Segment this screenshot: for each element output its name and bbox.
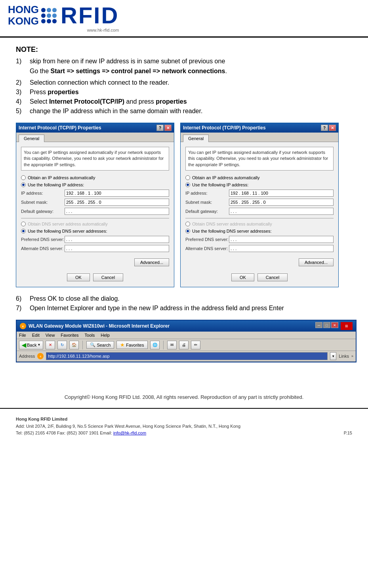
ie-home-icon: 🏠 <box>72 343 76 347</box>
dialog-right-pref-dns-row: Preferred DNS server: . . . <box>185 236 334 243</box>
dialog-right-advanced-button[interactable]: Advanced... <box>299 258 334 266</box>
dialog-left-radio-manual-dns[interactable]: Use the following DNS server addresses: <box>21 229 169 233</box>
ie-restore-button[interactable]: □ <box>323 322 330 328</box>
dialog-left-cancel-button[interactable]: Cancel <box>93 273 123 281</box>
ie-back-dropdown-icon[interactable]: ▼ <box>37 343 40 347</box>
ie-menu-file[interactable]: File <box>19 333 26 338</box>
dialog-right-titlebar: Internet Protocol (TCP/IP) Properties ? … <box>181 123 338 133</box>
dialog-left-ok-button[interactable]: OK <box>67 273 90 281</box>
ie-search-icon: 🔍 <box>90 342 95 347</box>
step-5-text: change the IP address which in the same … <box>30 108 352 115</box>
ie-back-button[interactable]: ◀ Back ▼ <box>19 341 43 349</box>
dialog-right: Internet Protocol (TCP/IP) Properties ? … <box>180 123 339 287</box>
dialog-left-advanced-button[interactable]: Advanced... <box>134 258 169 266</box>
dialog-left-radio-manual-dns-label: Use the following DNS server addresses: <box>28 229 107 233</box>
dialog-left-general-tab[interactable]: General <box>19 135 44 142</box>
dialog-right-radio-auto-ip[interactable]: Obtain an IP address automatically <box>185 175 334 180</box>
dialog-left-gateway-input[interactable]: . . . <box>65 208 169 215</box>
footer-email-link[interactable]: info@hk-rfid.com <box>113 431 146 435</box>
step-5: 5) change the IP address which in the sa… <box>16 108 352 115</box>
dialog-left-subnet-input[interactable]: 255 . 255 . 255 . 0 <box>65 199 169 206</box>
dialog-right-bottom-buttons: Advanced... <box>185 256 334 267</box>
dialog-left-alt-dns-input[interactable]: . . . <box>65 245 169 252</box>
dialog-right-gateway-input[interactable]: . . . <box>229 208 334 215</box>
ie-home-button[interactable]: 🏠 <box>69 341 79 349</box>
step-4-num: 4) <box>16 98 30 105</box>
dialog-left-help-button[interactable]: ? <box>156 125 164 131</box>
note-title: NOTE: <box>16 46 352 54</box>
ie-media-button[interactable]: 🌐 <box>150 341 160 349</box>
ie-menu-view[interactable]: View <box>46 333 55 338</box>
ie-refresh-icon: ↻ <box>61 343 64 347</box>
ie-refresh-button[interactable]: ↻ <box>57 341 67 349</box>
dialog-right-alt-dns-input[interactable]: . . . <box>229 245 334 252</box>
ie-print-button[interactable]: 🖨 <box>179 341 189 349</box>
ie-back-label: Back <box>27 343 36 347</box>
dialog-left-radio-auto-dns[interactable]: Obtain DNS server address automatically <box>21 222 169 226</box>
dialog-right-subnet-input[interactable]: 255 . 255 . 255 . 0 <box>229 199 334 206</box>
ie-title-icon: e <box>20 323 26 329</box>
ie-address-input[interactable]: http://192.168.11.123/home.asp <box>46 352 328 360</box>
ie-search-button[interactable]: 🔍 Search <box>86 341 114 349</box>
dialog-left-alt-dns-label: Alternate DNS server: <box>21 246 65 251</box>
ie-menu-favorites[interactable]: Favorites <box>61 333 78 338</box>
dialog-left-ip-input[interactable]: 192 . 168 . 1 . 100 <box>65 190 169 197</box>
dialog-left-divider <box>21 218 169 218</box>
dialog-right-cancel-button[interactable]: Cancel <box>257 273 288 281</box>
dialog-left-title: Internet Protocol (TCP/IP) Properties <box>19 125 101 131</box>
footer-page-number: P.15 <box>344 430 352 437</box>
footer-contact: Tel: (852) 2165 4708 Fax: (852) 3007 190… <box>16 430 240 437</box>
dialog-right-tabs: General <box>181 133 338 142</box>
footer-copyright-text: Copyright© Hong Kong RFID Ltd. 2008, All… <box>16 394 352 400</box>
dialog-left-radio-manual-ip[interactable]: Use the following IP address: <box>21 182 169 187</box>
dialog-left-close-button[interactable]: ✕ <box>164 125 172 131</box>
dialog-right-divider <box>185 218 334 218</box>
step-7-text: Open Internet Explorer and type in the n… <box>30 305 352 312</box>
ie-toolbar-separator <box>82 341 83 349</box>
dialog-right-radio-manual-dns[interactable]: Use the following DNS server addresses: <box>185 229 334 233</box>
dialog-left: Internet Protocol (TCP/IP) Properties ? … <box>16 123 174 287</box>
dialog-right-desc: You can get IP settings assigned automat… <box>185 147 334 171</box>
ie-menu-tools[interactable]: Tools <box>85 333 95 338</box>
dialog-right-radio-auto-dns[interactable]: Obtain DNS server address automatically <box>185 222 334 226</box>
ie-menu-help[interactable]: Help <box>101 333 110 338</box>
ie-minimize-button[interactable]: ─ <box>315 322 322 328</box>
dialog-right-help-button[interactable]: ? <box>321 125 328 131</box>
ie-print-icon: 🖨 <box>182 343 186 347</box>
step-3-text: Press properties <box>30 89 352 96</box>
dialog-left-bottom-buttons: Advanced... <box>21 256 169 267</box>
dialog-right-ok-button[interactable]: OK <box>231 273 254 281</box>
dialog-left-pref-dns-input[interactable]: . . . <box>65 236 169 243</box>
dialog-left-radio-manual-dns-circle <box>21 229 26 233</box>
ie-stop-button[interactable]: ✕ <box>46 341 55 349</box>
ie-links-label: Links <box>339 354 349 358</box>
dialog-right-ip-input[interactable]: 192 . 168 . 11 . 100 <box>229 190 334 197</box>
ie-mail-button[interactable]: ✉ <box>167 341 177 349</box>
step-6: 6) Press OK to close all the dialog. <box>16 295 352 302</box>
dialog-right-close-button[interactable]: ✕ <box>329 125 336 131</box>
ie-edit-button[interactable]: ✏ <box>191 341 200 349</box>
dialog-right-radio-manual-ip[interactable]: Use the following IP address: <box>185 182 334 187</box>
dialog-right-alt-dns-label: Alternate DNS server: <box>185 246 229 251</box>
dialog-right-alt-dns-row: Alternate DNS server: . . . <box>185 245 334 252</box>
dialog-right-radio-manual-dns-circle <box>185 229 190 233</box>
ie-address-ie-icon: e <box>37 353 44 359</box>
ie-address-dropdown[interactable]: ▼ <box>330 352 336 360</box>
dialog-left-radio-auto-ip[interactable]: Obtain an IP address automatically <box>21 175 169 180</box>
dialog-right-body: You can get IP settings assigned automat… <box>181 142 338 287</box>
ie-close-button[interactable]: ✕ <box>331 322 338 328</box>
ie-menu-edit[interactable]: Edit <box>32 333 40 338</box>
ie-titlebar-buttons: ─ □ ✕ ⊞ <box>315 322 353 330</box>
ie-browser-window: e WLAN Gateway Module WIZ610wi - Microso… <box>16 320 357 362</box>
dialog-left-pref-dns-label: Preferred DNS server: <box>21 237 65 242</box>
ie-favorites-button[interactable]: ★ Favorites <box>116 341 147 349</box>
logo-text: HONGKONG <box>8 4 39 27</box>
rfid-logo-text: RFID <box>61 4 119 27</box>
footer-company-details: Hong Kong RFID Limited Add: Unit 207A, 2… <box>16 416 240 437</box>
dialog-right-general-tab[interactable]: General <box>183 135 209 142</box>
dialog-right-pref-dns-label: Preferred DNS server: <box>185 237 229 242</box>
dialogs-row: Internet Protocol (TCP/IP) Properties ? … <box>16 123 352 287</box>
ie-title-label: WLAN Gateway Module WIZ610wi - Microsoft… <box>29 323 170 329</box>
dialog-right-pref-dns-input[interactable]: . . . <box>229 236 334 243</box>
ie-links-chevron-icon[interactable]: » <box>351 354 353 358</box>
